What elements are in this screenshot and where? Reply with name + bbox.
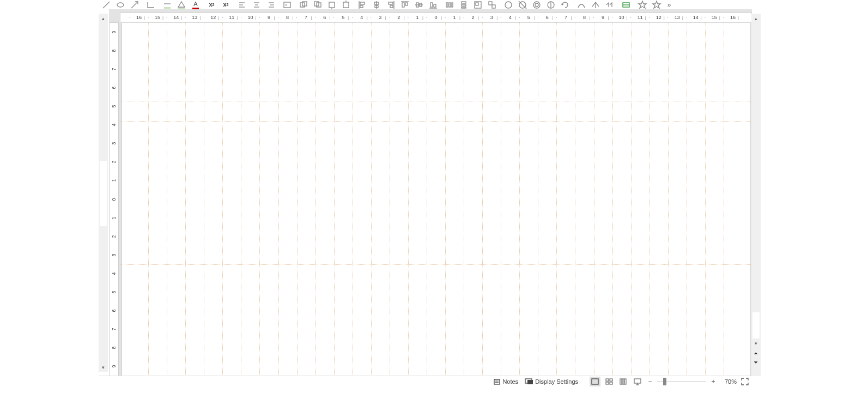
ruler-pipe: |	[719, 13, 720, 22]
ruler-pipe: |	[645, 13, 646, 22]
horizontal-ruler[interactable]: ·16|·15|·14|·13|·12|·11|·10|·9|·8|·7|·6|…	[120, 13, 752, 22]
previous-slide-icon[interactable]: ⏶	[751, 348, 761, 358]
fit-slide-icon[interactable]	[740, 377, 750, 386]
scroll-down-icon[interactable]: ▾	[99, 362, 108, 372]
zoom-out-icon[interactable]: −	[646, 378, 654, 385]
slide[interactable]	[122, 23, 749, 376]
ruler-tick: 11	[228, 13, 235, 22]
ungroup-icon[interactable]	[485, 0, 498, 9]
svg-rect-67	[494, 379, 500, 384]
ruler-dot: ·	[667, 13, 669, 22]
filter-icon[interactable]	[530, 0, 543, 9]
ruler-tick: 0	[433, 13, 439, 22]
ruler-pipe: |	[459, 13, 461, 22]
font-color-icon[interactable]: A	[189, 0, 202, 9]
normal-view-icon[interactable]	[590, 377, 600, 386]
canvas-scrollbar[interactable]: ▴ ▾ ⏶ ⏷	[751, 14, 761, 376]
svg-marker-66	[653, 1, 660, 8]
align-right-icon[interactable]	[264, 0, 277, 9]
ruler-tick: 2	[110, 158, 118, 166]
rotate-icon[interactable]	[559, 0, 571, 9]
zoom-percent[interactable]: 70%	[720, 378, 737, 385]
show-draw-icon[interactable]	[620, 0, 632, 9]
shadow-icon[interactable]	[502, 0, 514, 9]
vertical-ruler[interactable]: 9876543210123456789	[109, 22, 119, 376]
send-back-icon[interactable]	[311, 0, 324, 9]
align-left-icon[interactable]	[236, 0, 248, 9]
align-top-obj-icon[interactable]	[398, 0, 411, 9]
ruler-pipe: |	[366, 13, 368, 22]
align-center-obj-icon[interactable]	[370, 0, 383, 9]
star-5-icon[interactable]	[636, 0, 648, 9]
align-bottom-obj-icon[interactable]	[427, 0, 439, 9]
canvas-area: ·16|·15|·14|·13|·12|·11|·10|·9|·8|·7|·6|…	[109, 9, 752, 376]
align-center-icon[interactable]	[250, 0, 263, 9]
svg-rect-43	[430, 3, 433, 7]
ruler-pipe: |	[682, 13, 683, 22]
scroll-up-icon[interactable]: ▴	[751, 14, 761, 23]
ruler-dot: ·	[555, 13, 557, 22]
send-backward-icon[interactable]	[339, 0, 352, 9]
next-slide-icon[interactable]: ⏷	[751, 358, 761, 367]
ruler-tick: 16	[136, 13, 142, 22]
ruler-dot: ·	[630, 13, 632, 22]
line-color-icon[interactable]	[161, 0, 173, 9]
ruler-pipe: |	[552, 13, 554, 22]
zoom-thumb[interactable]	[663, 378, 666, 385]
align-left-obj-icon[interactable]	[356, 0, 368, 9]
align-right-obj-icon[interactable]	[384, 0, 397, 9]
ruler-tick: 3	[110, 139, 118, 148]
fontwork-icon[interactable]	[575, 0, 587, 9]
fill-color-icon[interactable]	[175, 0, 187, 9]
display-settings[interactable]: Display Settings	[523, 377, 580, 386]
scrollbar-thumb[interactable]	[100, 161, 107, 226]
ruler-pipe: |	[700, 13, 702, 22]
crop-icon[interactable]	[516, 0, 529, 9]
bring-front-icon[interactable]	[297, 0, 309, 9]
group-icon[interactable]	[471, 0, 484, 9]
zoom-in-icon[interactable]: +	[709, 378, 717, 385]
distribute-vert-icon[interactable]	[457, 0, 470, 9]
zoom-slider[interactable]	[657, 378, 706, 385]
ruler-tick: 14	[693, 13, 699, 22]
animation-icon[interactable]	[603, 0, 616, 9]
arrow-icon[interactable]	[128, 0, 141, 9]
slide-surface[interactable]	[120, 22, 752, 376]
reading-view-icon[interactable]	[632, 377, 643, 386]
svg-rect-78	[622, 379, 624, 384]
outline-view-icon[interactable]	[604, 377, 615, 386]
distribute-horz-icon[interactable]	[443, 0, 456, 9]
ellipse-icon[interactable]	[114, 0, 126, 9]
svg-rect-17	[284, 2, 290, 8]
svg-rect-25	[343, 2, 349, 8]
scroll-up-icon[interactable]: ▴	[99, 14, 108, 23]
extrusion-icon[interactable]	[589, 0, 602, 9]
svg-rect-38	[405, 3, 408, 5]
toolbar-overflow[interactable]: »	[664, 0, 674, 9]
flip-icon[interactable]	[544, 0, 557, 9]
toolbar-separator	[203, 1, 204, 9]
bring-forward-icon[interactable]	[325, 0, 338, 9]
ruler-pipe: |	[663, 13, 665, 22]
ruler-tick: 4	[507, 13, 513, 22]
svg-point-55	[505, 2, 512, 8]
insert-text-icon[interactable]	[281, 0, 293, 9]
subscript-icon[interactable]: x2	[205, 0, 218, 9]
ruler-tick: 6	[110, 83, 118, 92]
ruler-tick: 3	[110, 251, 118, 259]
ruler-dot: ·	[444, 13, 446, 22]
line-icon[interactable]	[100, 0, 112, 9]
ruler-tick: 9	[265, 13, 272, 22]
toolbar-separator	[142, 1, 143, 9]
slide-panel-scrollbar[interactable]: ▴ ▾	[99, 14, 108, 372]
connector-icon[interactable]	[144, 0, 157, 9]
scroll-down-icon[interactable]: ▾	[751, 338, 761, 348]
notes-toggle[interactable]: Notes	[491, 377, 520, 386]
superscript-icon[interactable]: x2	[220, 0, 232, 9]
slide-sorter-view-icon[interactable]	[618, 377, 629, 386]
align-middle-obj-icon[interactable]	[412, 0, 425, 9]
ruler-tick: 14	[173, 13, 179, 22]
svg-rect-75	[606, 382, 609, 384]
toolbar-separator	[234, 1, 234, 9]
star-5-outline-icon[interactable]	[650, 0, 663, 9]
